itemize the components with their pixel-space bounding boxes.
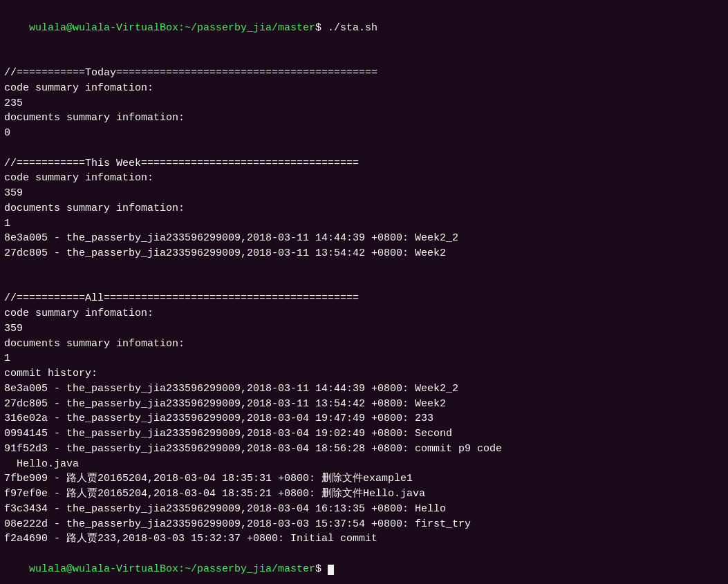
commit-all-6: 7fbe909 - 路人贾20165204,2018-03-04 18:35:3… <box>4 471 724 487</box>
commit-history-label: commit history: <box>4 366 724 382</box>
command-text: ./sta.sh <box>321 22 377 34</box>
commit-all-2: 27dc805 - the_passerby_jia233596299009,2… <box>4 397 724 412</box>
doc-week-value: 1 <box>4 216 724 232</box>
week-header: //===========This Week==================… <box>4 156 724 171</box>
commit-all-7: f97ef0e - 路人贾20165204,2018-03-04 18:35:2… <box>4 487 724 502</box>
code-week-value: 359 <box>4 186 724 201</box>
code-summary-all-label: code summary infomation: <box>4 306 724 321</box>
doc-all-value: 1 <box>4 351 724 366</box>
commit-week-1: 8e3a005 - the_passerby_jia233596299009,2… <box>4 231 724 246</box>
all-header: //===========All========================… <box>4 291 724 306</box>
command-line: wulala@wulala-VirtualBox:~/passerby_jia/… <box>4 6 724 50</box>
cursor-block <box>328 565 334 575</box>
commit-all-8: f3c3434 - the_passerby_jia233596299009,2… <box>4 502 724 517</box>
today-header: //===========Today======================… <box>4 66 724 81</box>
blank-line-4 <box>4 276 724 292</box>
final-prompt-symbol: $ <box>315 563 321 575</box>
commit-week-2: 27dc805 - the_passerby_jia233596299009,2… <box>4 246 724 261</box>
doc-summary-week-label: documents summary infomation: <box>4 201 724 216</box>
commit-all-3: 316e02a - the_passerby_jia233596299009,2… <box>4 411 724 426</box>
blank-line-1 <box>4 50 724 66</box>
final-prompt-line[interactable]: wulala@wulala-VirtualBox:~/passerby_jia/… <box>4 547 724 584</box>
blank-line-2 <box>4 141 724 156</box>
code-summary-week-label: code summary infomation: <box>4 171 724 186</box>
commit-all-1: 8e3a005 - the_passerby_jia233596299009,2… <box>4 382 724 397</box>
blank-line-3 <box>4 261 724 276</box>
doc-summary-today-label: documents summary infomation: <box>4 111 724 126</box>
commit-all-9: 08e222d - the_passerby_jia233596299009,2… <box>4 517 724 532</box>
doc-today-value: 0 <box>4 126 724 141</box>
code-all-value: 359 <box>4 321 724 337</box>
prompt-symbol: $ <box>315 22 321 34</box>
final-prompt-user-host: wulala@wulala-VirtualBox:~/passerby_jia/… <box>29 563 315 575</box>
prompt-user-host: wulala@wulala-VirtualBox:~/passerby_jia/… <box>29 22 315 34</box>
commit-all-5: 91f52d3 - the_passerby_jia233596299009,2… <box>4 442 724 457</box>
commit-all-5b: Hello.java <box>4 457 724 472</box>
doc-summary-all-label: documents summary infomation: <box>4 337 724 352</box>
commit-all-4: 0994145 - the_passerby_jia233596299009,2… <box>4 426 724 442</box>
code-summary-today-label: code summary infomation: <box>4 81 724 96</box>
commit-all-10: f2a4690 - 路人贾233,2018-03-03 15:32:37 +08… <box>4 531 724 547</box>
final-prompt-space <box>321 563 328 575</box>
code-today-value: 235 <box>4 96 724 111</box>
terminal-window: wulala@wulala-VirtualBox:~/passerby_jia/… <box>0 0 728 584</box>
